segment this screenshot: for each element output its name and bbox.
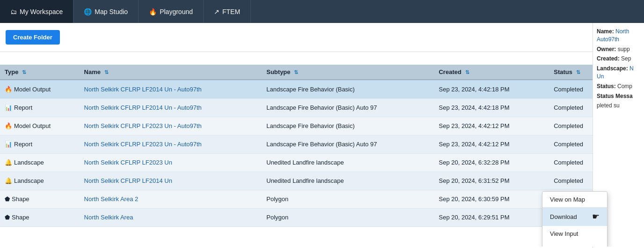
cell-subtype: Landscape Fire Behavior (Basic) Auto 97 (262, 98, 434, 117)
col-status-label: Status (554, 68, 572, 75)
cell-type: 🔥Model Output (0, 80, 80, 98)
context-menu: View on Map Download ☛ View Input Copy D… (542, 191, 607, 247)
cell-subtype: Polygon (262, 190, 434, 208)
sort-created-icon: ⇅ (465, 69, 469, 75)
cell-type: 🔔Landscape (0, 153, 80, 172)
cell-created: Sep 23, 2024, 4:42:12 PM (434, 135, 549, 153)
context-menu-item-download[interactable]: Download ☛ (542, 207, 607, 226)
cell-name[interactable]: North Selkirk Area (80, 208, 262, 226)
sort-name-icon: ⇅ (104, 69, 109, 75)
table-row[interactable]: 🔔LandscapeNorth Selkirk CFLRP LF2014 UnU… (0, 172, 644, 190)
col-subtype-label: Subtype (266, 68, 290, 75)
cell-type: 📊Report (0, 98, 80, 117)
type-label: Shape (12, 195, 29, 203)
name-link[interactable]: North Selkirk Area (84, 214, 133, 221)
nav-item-playground[interactable]: 🔥 Playground (139, 0, 204, 23)
panel-status-message-value: pleted su (597, 102, 620, 109)
cell-subtype: Polygon (262, 208, 434, 226)
nav-label-my-workspace: My Workspace (20, 8, 63, 15)
type-icon: 🔥 (5, 122, 12, 129)
cell-name[interactable]: North Selkirk CFLRP LF2023 Un - Auto97th (80, 135, 262, 153)
col-name[interactable]: Name ⇅ (80, 65, 262, 80)
sort-status-icon: ⇅ (576, 69, 580, 75)
col-created-label: Created (439, 68, 461, 75)
map-studio-icon: 🌐 (84, 8, 92, 15)
panel-name-label: Name: (597, 28, 615, 35)
create-folder-button[interactable]: Create Folder (6, 30, 60, 45)
cell-type: ⬟Shape (0, 208, 80, 226)
type-icon: 🔔 (5, 159, 12, 166)
cell-created: Sep 23, 2024, 4:42:12 PM (434, 117, 549, 135)
name-link[interactable]: North Selkirk CFLRP LF2014 Un (84, 177, 172, 184)
col-subtype[interactable]: Subtype ⇅ (262, 65, 434, 80)
cell-name[interactable]: North Selkirk CFLRP LF2014 Un - Auto97th (80, 80, 262, 98)
cursor-hand-icon: ☛ (592, 211, 600, 222)
toolbar: Create Folder Refresh (0, 23, 644, 52)
cell-created: Sep 20, 2024, 6:32:28 PM (434, 153, 549, 172)
context-menu-item-copy[interactable]: Copy (542, 241, 607, 247)
col-created[interactable]: Created ⇅ (434, 65, 549, 80)
cell-name[interactable]: North Selkirk CFLRP LF2023 Un (80, 153, 262, 172)
playground-icon: 🔥 (149, 8, 157, 15)
type-icon: ⬟ (5, 214, 10, 221)
type-icon: 📊 (5, 141, 12, 148)
cell-created: Sep 23, 2024, 4:42:18 PM (434, 98, 549, 117)
panel-status-value: Comp (617, 83, 632, 90)
workspace-icon: 🗂 (10, 8, 17, 15)
table-container: Type ⇅ Name ⇅ Subtype ⇅ Created ⇅ Status (0, 65, 644, 247)
name-link[interactable]: North Selkirk CFLRP LF2023 Un (84, 159, 172, 166)
cell-name[interactable]: North Selkirk Area 2 (80, 190, 262, 208)
name-link[interactable]: North Selkirk CFLRP LF2014 Un - Auto97th (84, 86, 202, 93)
panel-landscape-label: Landscape: (597, 65, 629, 72)
cell-created: Sep 23, 2024, 4:42:18 PM (434, 80, 549, 98)
panel-created-value: Sep (621, 55, 631, 62)
table-row[interactable]: 📊ReportNorth Selkirk CFLRP LF2014 Un - A… (0, 98, 644, 117)
table-row[interactable]: 🔥Model OutputNorth Selkirk CFLRP LF2023 … (0, 117, 644, 135)
type-icon: 📊 (5, 104, 12, 111)
type-icon: 🔔 (5, 177, 12, 184)
context-menu-item-view-on-map[interactable]: View on Map (542, 192, 607, 207)
nav-label-map-studio: Map Studio (95, 8, 128, 15)
table-row[interactable]: 📊ReportNorth Selkirk CFLRP LF2023 Un - A… (0, 135, 644, 153)
name-link[interactable]: North Selkirk CFLRP LF2023 Un - Auto97th (84, 141, 202, 148)
cell-type: 📊Report (0, 135, 80, 153)
type-label: Report (14, 104, 32, 111)
cell-type: ⬟Shape (0, 190, 80, 208)
cell-name[interactable]: North Selkirk CFLRP LF2014 Un (80, 172, 262, 190)
sort-subtype-icon: ⇅ (294, 69, 298, 75)
table-row[interactable]: 🔥Model OutputNorth Selkirk CFLRP LF2014 … (0, 80, 644, 98)
panel-owner-label: Owner: (597, 46, 618, 53)
nav-label-playground: Playground (160, 8, 193, 15)
nav-item-ftem[interactable]: ↗ FTEM (204, 0, 251, 23)
context-menu-item-view-input[interactable]: View Input (542, 226, 607, 241)
type-label: Landscape (14, 177, 44, 184)
panel-created-label: Created: (597, 55, 621, 62)
ftem-icon: ↗ (214, 8, 220, 15)
table-header-row: Type ⇅ Name ⇅ Subtype ⇅ Created ⇅ Status (0, 65, 644, 80)
cell-type: 🔔Landscape (0, 172, 80, 190)
cell-name[interactable]: North Selkirk CFLRP LF2014 Un - Auto97th (80, 98, 262, 117)
table-row[interactable]: 🔔LandscapeNorth Selkirk CFLRP LF2023 UnU… (0, 153, 644, 172)
nav-item-map-studio[interactable]: 🌐 Map Studio (73, 0, 139, 23)
col-type-label: Type (5, 68, 18, 75)
type-label: Model Output (14, 86, 51, 93)
name-link[interactable]: North Selkirk CFLRP LF2014 Un - Auto97th (84, 104, 202, 111)
panel-status-label: Status: (597, 83, 617, 90)
cell-created: Sep 20, 2024, 6:30:59 PM (434, 190, 549, 208)
type-label: Report (14, 141, 32, 148)
download-label: Download (550, 213, 577, 220)
records-bar: Total Records: 8 (0, 52, 644, 65)
type-icon: ⬟ (5, 195, 10, 203)
panel-owner-value: supp (618, 46, 630, 53)
sort-type-icon: ⇅ (22, 69, 26, 75)
cell-name[interactable]: North Selkirk CFLRP LF2023 Un - Auto97th (80, 117, 262, 135)
cell-created: Sep 20, 2024, 6:31:52 PM (434, 172, 549, 190)
cell-subtype: Unedited Landfire landscape (262, 153, 434, 172)
type-icon: 🔥 (5, 86, 12, 93)
name-link[interactable]: North Selkirk CFLRP LF2023 Un - Auto97th (84, 122, 202, 129)
name-link[interactable]: North Selkirk Area 2 (84, 195, 139, 203)
nav-label-ftem: FTEM (222, 8, 240, 15)
nav-item-my-workspace[interactable]: 🗂 My Workspace (0, 0, 73, 23)
col-type[interactable]: Type ⇅ (0, 65, 80, 80)
cell-created: Sep 20, 2024, 6:29:51 PM (434, 208, 549, 226)
